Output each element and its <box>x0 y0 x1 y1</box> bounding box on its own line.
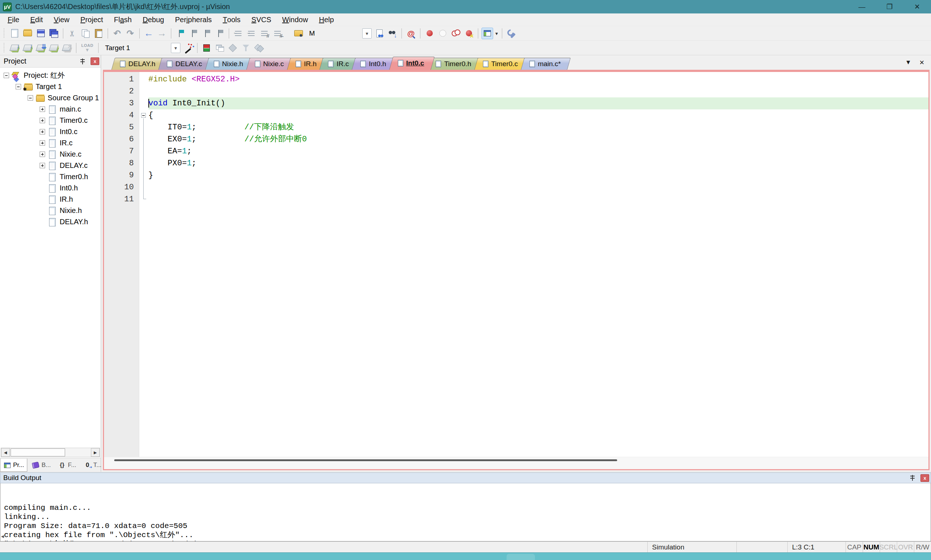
collapse-box-icon[interactable] <box>28 95 33 101</box>
translate-icon[interactable] <box>9 42 20 54</box>
panel-tab-f[interactable]: F... <box>55 458 79 472</box>
menu-window[interactable]: Window <box>277 14 313 26</box>
debug-session-icon[interactable] <box>201 42 213 54</box>
target-combo[interactable]: Target 1▾ <box>102 43 180 54</box>
build-output-close-button[interactable]: x <box>920 474 929 482</box>
editor-tab-timer0-h[interactable]: Timer0.h <box>427 58 478 70</box>
code-text-area[interactable]: #include <REGX52.H>void Int0_Init(){ IT0… <box>148 72 928 457</box>
restore-button[interactable]: ❐ <box>876 0 903 14</box>
paste-icon[interactable] <box>93 28 104 39</box>
scroll-left-icon[interactable]: ◀ <box>1 532 4 541</box>
system-viewer-icon[interactable] <box>253 42 265 54</box>
save-icon[interactable] <box>35 28 46 39</box>
incremental-find-icon[interactable] <box>387 28 398 39</box>
tree-item-ir-h[interactable]: IR.h <box>0 194 101 205</box>
editor-tab-delay-c[interactable]: DELAY.c <box>158 58 208 70</box>
tree-item-nixie-c[interactable]: Nixie.c <box>0 149 101 160</box>
window-cascade-icon[interactable] <box>214 42 225 54</box>
editor-scrollbar-thumb[interactable] <box>114 459 617 461</box>
expand-box-icon[interactable] <box>40 106 45 112</box>
tree-item-ir-c[interactable]: IR.c <box>0 137 101 149</box>
analysis-funnel-icon[interactable] <box>240 42 252 54</box>
scroll-left-icon[interactable]: ◀ <box>1 448 10 457</box>
panel-tab-b[interactable]: B... <box>29 458 54 472</box>
download-button[interactable]: LOAD▼ <box>80 42 95 54</box>
comment-icon[interactable] <box>259 28 270 39</box>
undo-icon[interactable] <box>111 28 123 39</box>
cut-icon[interactable] <box>66 28 78 39</box>
menu-view[interactable]: View <box>48 14 75 26</box>
expand-box-icon[interactable] <box>40 129 45 134</box>
taskbar-button-highlight[interactable] <box>507 554 535 560</box>
editor-tab-nixie-h[interactable]: Nixie.h <box>205 58 250 70</box>
build-output-pin-button[interactable] <box>909 474 919 482</box>
scrollbar-thumb[interactable] <box>11 448 65 457</box>
target-combo-dropdown-icon[interactable]: ▾ <box>171 43 180 53</box>
next-bookmark-icon[interactable] <box>201 28 213 39</box>
tree-item-timer0-c[interactable]: Timer0.c <box>0 115 101 126</box>
editor-horizontal-scrollbar[interactable] <box>104 457 928 469</box>
memory-window-dropdown-icon[interactable]: ▾ <box>494 31 499 36</box>
tree-item-project[interactable]: Project: 红外 <box>0 70 101 81</box>
code-editor[interactable]: 1234567891011 #include <REGX52.H>void In… <box>104 72 928 457</box>
menu-peripherals[interactable]: Peripherals <box>170 14 217 26</box>
navigate-back-icon[interactable] <box>143 28 154 39</box>
unindent-icon[interactable] <box>233 28 244 39</box>
tree-item-source-group-1[interactable]: Source Group 1 <box>0 92 101 103</box>
fold-collapse-icon[interactable] <box>141 113 146 118</box>
menu-help[interactable]: Help <box>313 14 339 26</box>
editor-tab-ir-h[interactable]: IR.h <box>287 58 323 70</box>
menu-project[interactable]: Project <box>75 14 108 26</box>
expand-box-icon[interactable] <box>40 140 45 146</box>
tab-close-icon[interactable]: ✕ <box>919 59 925 66</box>
find-in-files-folder-icon[interactable] <box>293 28 304 39</box>
tree-item-timer0-h[interactable]: Timer0.h <box>0 171 101 182</box>
peripheral-diamond-icon[interactable] <box>227 42 239 54</box>
minimize-button[interactable]: — <box>848 0 876 14</box>
menu-edit[interactable]: Edit <box>25 14 48 26</box>
tree-item-main-c[interactable]: main.c <box>0 103 101 115</box>
breakpoint-toggle-icon[interactable] <box>424 28 435 39</box>
search-combo-dropdown-icon[interactable]: ▾ <box>362 28 371 38</box>
menu-flash[interactable]: Flash <box>108 14 137 26</box>
project-horizontal-scrollbar[interactable]: ◀ ▶ <box>1 448 100 457</box>
tree-item-target-1[interactable]: Target 1 <box>0 81 101 92</box>
tree-item-nixie-h[interactable]: Nixie.h <box>0 205 101 216</box>
editor-tab-delay-h[interactable]: DELAY.h <box>111 58 162 70</box>
build-icon[interactable] <box>22 42 34 54</box>
target-options-icon[interactable] <box>182 42 194 54</box>
menu-file[interactable]: File <box>2 14 25 26</box>
tree-item-delay-h[interactable]: DELAY.h <box>0 216 101 228</box>
uncomment-icon[interactable] <box>272 28 283 39</box>
new-file-icon[interactable] <box>9 28 20 39</box>
collapse-box-icon[interactable] <box>15 84 21 89</box>
editor-tab-int0-h[interactable]: Int0.h <box>351 58 393 70</box>
tree-item-int0-h[interactable]: Int0.h <box>0 182 101 194</box>
navigate-forward-icon[interactable] <box>156 28 168 39</box>
editor-tab-main-c[interactable]: main.c* <box>521 58 567 70</box>
breakpoint-disable-icon[interactable] <box>437 28 449 39</box>
memory-window-icon[interactable] <box>481 28 493 39</box>
project-close-button[interactable]: x <box>91 57 99 65</box>
menu-tools[interactable]: Tools <box>217 14 246 26</box>
collapse-box-icon[interactable] <box>4 73 9 78</box>
save-all-icon[interactable] <box>48 28 60 39</box>
stop-build-icon[interactable] <box>61 42 73 54</box>
rebuild-icon[interactable] <box>35 42 46 54</box>
panel-tab-pr[interactable]: Pr... <box>0 458 27 472</box>
expand-box-icon[interactable] <box>40 118 45 123</box>
find-in-document-icon[interactable] <box>373 28 385 39</box>
editor-tab-timer0-c[interactable]: Timer0.c <box>474 58 524 70</box>
open-file-icon[interactable] <box>22 28 34 39</box>
desktop-taskbar[interactable] <box>0 552 931 560</box>
scrollbar-track[interactable] <box>66 448 91 457</box>
build-output-log[interactable]: compiling main.c...linking...Program Siz… <box>0 483 931 542</box>
configure-icon[interactable] <box>506 28 517 39</box>
tree-item-delay-c[interactable]: DELAY.c <box>0 160 101 171</box>
prev-bookmark-icon[interactable] <box>188 28 199 39</box>
indent-icon[interactable] <box>245 28 257 39</box>
breakpoint-disable-all-icon[interactable] <box>450 28 461 39</box>
batch-build-icon[interactable] <box>48 42 60 54</box>
menu-svcs[interactable]: SVCS <box>246 14 276 26</box>
search-combo[interactable]: M▾ <box>306 28 371 39</box>
